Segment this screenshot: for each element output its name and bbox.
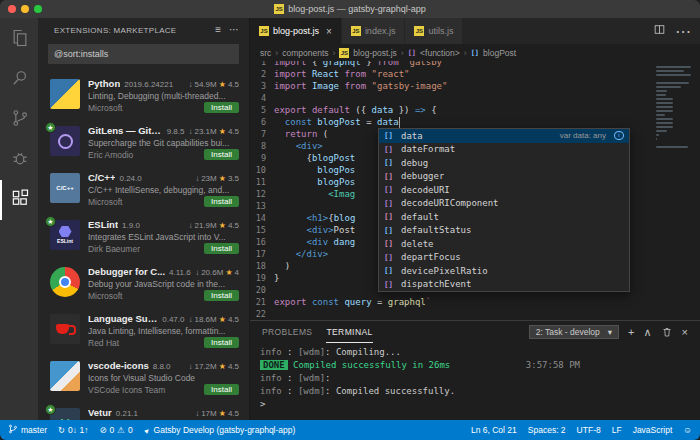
install-button[interactable]: Install <box>204 102 239 113</box>
install-button[interactable]: Install <box>204 243 239 254</box>
extension-list-item[interactable]: ★ESLint1.9.0↓21.9M★4.5Integrates ESLint … <box>38 213 249 260</box>
suggestion-item[interactable]: []debugger <box>379 170 629 184</box>
extension-name: Python <box>88 78 120 89</box>
breadcrumb-separator: › <box>401 48 404 58</box>
extension-list-item[interactable]: Python2019.6.24221↓54.9M★4.5Linting, Deb… <box>38 72 249 119</box>
activity-explorer[interactable] <box>0 20 38 60</box>
extension-list-item[interactable]: ★Vetur0.21.1↓17M★4.5Vue tooling for VS C… <box>38 401 249 420</box>
kill-terminal-button[interactable] <box>661 326 673 338</box>
extension-list-item[interactable]: Language Sup...0.47.0↓18.6M★4.5Java Lint… <box>38 307 249 354</box>
activity-search[interactable] <box>0 60 38 100</box>
minimize-window-button[interactable] <box>21 5 29 13</box>
panel-tab-terminal[interactable]: TERMINAL <box>326 321 372 343</box>
editor-tab-bar: JS blog-post.js × JS index.js JS utils.j… <box>250 18 700 44</box>
problems-indicator[interactable]: ⊘ 0 ⚠ 0 <box>99 425 132 435</box>
chevron-down-icon: ▾ <box>608 327 612 337</box>
extension-list-item[interactable]: C/C++0.24.0↓23M★3.5C/C++ IntelliSense, d… <box>38 166 249 213</box>
cursor-position-indicator[interactable]: Ln 6, Col 21 <box>471 425 517 435</box>
sync-indicator[interactable]: ↻ 0↓ 1↑ <box>58 425 88 435</box>
close-window-button[interactable] <box>8 5 16 13</box>
breadcrumb-item-blogpost[interactable]: blogPost <box>483 48 516 58</box>
extension-list-item[interactable]: Debugger for C...4.11.6↓20.6M★4Debug you… <box>38 260 249 307</box>
tab-utils-js[interactable]: JS utils.js <box>405 18 463 44</box>
split-editor-icon[interactable] <box>653 22 666 40</box>
breadcrumb-item-function[interactable]: <function> <box>420 48 460 58</box>
suggestion-item[interactable]: []defaultStatus <box>379 224 629 238</box>
install-button[interactable]: Install <box>204 337 239 348</box>
suggestion-item[interactable]: []default <box>379 210 629 224</box>
activity-extensions[interactable] <box>0 180 38 220</box>
suggestion-item[interactable]: []dateFormat <box>379 143 629 157</box>
keyword-symbol-icon: [] <box>384 172 396 181</box>
extensions-search-input[interactable] <box>48 44 239 64</box>
activity-debug[interactable] <box>0 140 38 180</box>
code-line: 5export default ({ data }) => { <box>250 104 700 116</box>
line-number: 14 <box>250 212 274 224</box>
suggestion-item[interactable]: []devicePixelRatio <box>379 264 629 278</box>
install-button[interactable]: Install <box>204 290 239 301</box>
code-line: 3import Image from "gatsby-image" <box>250 80 700 92</box>
encoding-indicator[interactable]: UTF-8 <box>577 425 601 435</box>
rating-value: 4.5 <box>228 80 239 89</box>
suggestion-label: data <box>401 131 423 141</box>
suggestion-item[interactable]: []decodeURI <box>379 183 629 197</box>
minimap[interactable] <box>653 64 695 154</box>
install-button[interactable]: Install <box>204 384 239 395</box>
extension-list-item[interactable]: vscode-icons8.8.0↓17.2M★4.5Icons for Vis… <box>38 354 249 401</box>
window-title-text: blog-post.js — gatsby-graphql-app <box>288 4 426 14</box>
indentation-indicator[interactable]: Spaces: 2 <box>528 425 566 435</box>
extension-list-item[interactable]: ★GitLens — Git su...9.8.5↓23.1M★4.5Super… <box>38 119 249 166</box>
extension-description: Debug your JavaScript code in the... <box>88 279 239 289</box>
keyword-symbol-icon: [] <box>384 212 396 221</box>
more-actions-icon[interactable]: ⋯ <box>229 25 239 35</box>
install-button[interactable]: Install <box>204 196 239 207</box>
eol-indicator[interactable]: LF <box>612 425 622 435</box>
close-tab-icon[interactable]: × <box>326 26 332 37</box>
terminal-output[interactable]: info : [wdm]: Compiling...DONE Compiled … <box>250 343 700 420</box>
terminal-line: info : [wdm]: Compiling... <box>260 346 690 359</box>
editor-group: JS blog-post.js × JS index.js JS utils.j… <box>250 18 700 420</box>
line-number: 18 <box>250 260 274 272</box>
zoom-window-button[interactable] <box>34 5 42 13</box>
maximize-panel-button[interactable]: ∧ <box>644 327 652 338</box>
line-number: 10 <box>250 164 274 176</box>
breadcrumb-item-components[interactable]: components <box>282 48 328 58</box>
close-panel-button[interactable]: × <box>682 327 688 338</box>
git-branch-indicator[interactable]: master <box>8 424 47 436</box>
panel-tab-problems[interactable]: PROBLEMS <box>262 321 312 343</box>
suggestion-item[interactable]: []decodeURIComponent <box>379 197 629 211</box>
breadcrumb-item-file[interactable]: blog-post.js <box>353 48 396 58</box>
javascript-file-icon: JS <box>274 4 284 14</box>
install-button[interactable]: Install <box>204 149 239 160</box>
code-editor[interactable]: 1import { graphql } from 'gatsby'2import… <box>250 61 700 320</box>
extension-description: Integrates ESLint JavaScript into V... <box>88 232 239 242</box>
language-indicator[interactable]: JavaScript <box>633 425 673 435</box>
suggestion-item[interactable]: []delete <box>379 237 629 251</box>
suggestion-item[interactable]: []dispatchEvent <box>379 278 629 292</box>
line-number: 11 <box>250 176 274 188</box>
more-actions-icon[interactable]: ⋯ <box>675 22 691 41</box>
line-number: 15 <box>250 224 274 236</box>
extension-list: Python2019.6.24221↓54.9M★4.5Linting, Deb… <box>38 72 249 420</box>
activity-source-control[interactable] <box>0 100 38 140</box>
suggestion-item[interactable]: []datavar data: anyi <box>379 129 629 143</box>
breadcrumb-item-src[interactable]: src <box>260 48 271 58</box>
task-label: Gatsby Develop (gatsby-graphql-app) <box>154 425 296 435</box>
suggestion-label: delete <box>401 239 434 249</box>
extension-publisher: VSCode Icons Team <box>88 385 165 395</box>
new-terminal-button[interactable]: + <box>628 327 634 338</box>
terminal-selector[interactable]: 2: Task - develop ▾ <box>529 325 619 339</box>
filter-icon[interactable]: ≡ <box>215 25 221 35</box>
line-number: 2 <box>250 68 274 80</box>
gatsby-task-indicator[interactable]: ▲ Gatsby Develop (gatsby-graphql-app) <box>144 425 296 435</box>
tab-index-js[interactable]: JS index.js <box>342 18 406 44</box>
feedback-smiley-icon[interactable]: ☺ <box>683 425 692 435</box>
suggestion-item[interactable]: []departFocus <box>379 251 629 265</box>
suggestion-item[interactable]: []debug <box>379 156 629 170</box>
status-bar-right: Ln 6, Col 21 Spaces: 2 UTF-8 LF JavaScri… <box>471 425 692 435</box>
window-title: JS blog-post.js — gatsby-graphql-app <box>0 4 700 14</box>
suggestion-label: debug <box>401 158 428 168</box>
extension-description: Java Linting, Intellisense, formattin... <box>88 326 239 336</box>
tab-blog-post-js[interactable]: JS blog-post.js × <box>250 18 342 44</box>
terminal-timestamp: 3:57:58 PM <box>526 359 580 372</box>
